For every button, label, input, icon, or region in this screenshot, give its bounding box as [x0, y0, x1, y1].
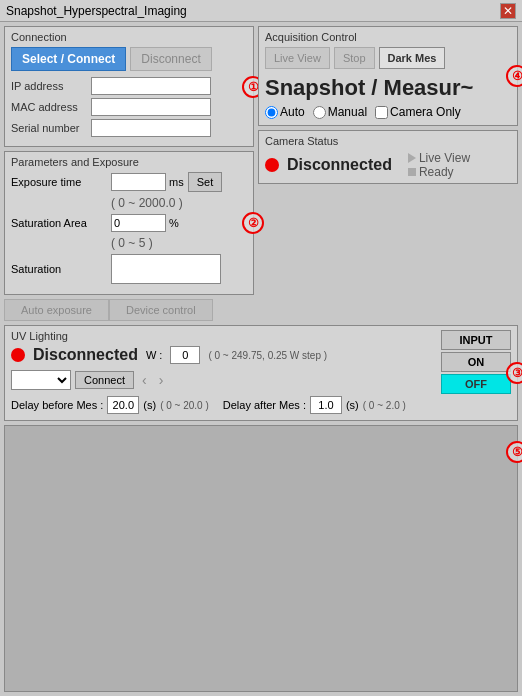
live-view-button[interactable]: Live View	[265, 47, 330, 69]
image-display-area	[4, 425, 518, 692]
on-button[interactable]: ON	[441, 352, 511, 372]
delay-after-unit: (s)	[346, 399, 359, 411]
ready-square-icon	[408, 168, 416, 176]
mac-address-label: MAC address	[11, 101, 91, 113]
uv-lighting-section: UV Lighting INPUT ON OFF Disconnected W …	[4, 325, 518, 421]
camera-only-checkbox[interactable]	[375, 106, 388, 119]
saturation-display	[111, 254, 221, 284]
delay-before-unit: (s)	[143, 399, 156, 411]
delay-after-input[interactable]	[310, 396, 342, 414]
close-button[interactable]: ✕	[500, 3, 516, 19]
delay-after-label: Delay after Mes :	[223, 399, 306, 411]
exposure-unit: ms	[169, 176, 184, 188]
title-bar-text: Snapshot_Hyperspectral_Imaging	[6, 4, 187, 18]
exposure-time-label: Exposure time	[11, 176, 111, 188]
uv-w-input[interactable]	[170, 346, 200, 364]
left-arrow-button[interactable]: ‹	[138, 372, 151, 388]
ready-status-label: Ready	[419, 165, 454, 179]
uv-section-label: UV Lighting	[11, 330, 511, 342]
parameters-section-label: Parameters and Exposure	[11, 156, 247, 168]
camera-status-label: Camera Status	[265, 135, 511, 147]
ip-address-input[interactable]	[91, 77, 211, 95]
manual-radio[interactable]	[313, 106, 326, 119]
live-view-status-label: Live View	[419, 151, 470, 165]
saturation-area-label: Saturation Area	[11, 217, 111, 229]
auto-label: Auto	[280, 105, 305, 119]
camera-status-section: Camera Status Disconnected Live View Rea…	[258, 130, 518, 184]
snapshot-title: Snapshot / Measur~	[265, 75, 511, 101]
device-control-tab[interactable]: Device control	[109, 299, 213, 321]
delay-before-range: ( 0 ~ 20.0 )	[160, 400, 209, 411]
connection-section-label: Connection	[11, 31, 247, 43]
camera-only-label: Camera Only	[390, 105, 461, 119]
saturation-area-range: ( 0 ~ 5 )	[111, 236, 153, 250]
uv-w-range: ( 0 ~ 249.75, 0.25 W step )	[208, 350, 327, 361]
uv-status-dot	[11, 348, 25, 362]
auto-radio[interactable]	[265, 106, 278, 119]
delay-before-input[interactable]	[107, 396, 139, 414]
acquisition-section: Acquisition Control Live View Stop Dark …	[258, 26, 518, 126]
stop-button[interactable]: Stop	[334, 47, 375, 69]
acquisition-section-label: Acquisition Control	[265, 31, 511, 43]
saturation-label: Saturation	[11, 263, 111, 275]
uv-w-label: W :	[146, 349, 163, 361]
title-bar: Snapshot_Hyperspectral_Imaging ✕	[0, 0, 522, 22]
dark-mes-button[interactable]: Dark Mes	[379, 47, 446, 69]
camera-status-dot	[265, 158, 279, 172]
saturation-area-unit: %	[169, 217, 179, 229]
live-view-play-icon	[408, 153, 416, 163]
parameters-badge: ②	[242, 212, 264, 234]
uv-status-text: Disconnected	[33, 346, 138, 364]
input-button[interactable]: INPUT	[441, 330, 511, 350]
uv-port-dropdown[interactable]	[11, 370, 71, 390]
select-connect-button[interactable]: Select / Connect	[11, 47, 126, 71]
delay-after-range: ( 0 ~ 2.0 )	[363, 400, 406, 411]
uv-badge: ③	[506, 362, 522, 384]
exposure-time-input[interactable]	[111, 173, 166, 191]
set-button[interactable]: Set	[188, 172, 223, 192]
image-badge: ⑤	[506, 441, 522, 463]
camera-status-text: Disconnected	[287, 156, 392, 174]
serial-number-label: Serial number	[11, 122, 91, 134]
auto-exposure-tab[interactable]: Auto exposure	[4, 299, 109, 321]
delay-before-label: Delay before Mes :	[11, 399, 103, 411]
right-arrow-button[interactable]: ›	[155, 372, 168, 388]
ip-address-label: IP address	[11, 80, 91, 92]
off-button[interactable]: OFF	[441, 374, 511, 394]
acquisition-badge: ④	[506, 65, 522, 87]
disconnect-button[interactable]: Disconnect	[130, 47, 211, 71]
connection-section: Connection Select / Connect Disconnect I…	[4, 26, 254, 147]
parameters-section: Parameters and Exposure Exposure time ms…	[4, 151, 254, 295]
connect-uv-button[interactable]: Connect	[75, 371, 134, 389]
mac-address-input[interactable]	[91, 98, 211, 116]
manual-label: Manual	[328, 105, 367, 119]
serial-number-input[interactable]	[91, 119, 211, 137]
saturation-area-input[interactable]	[111, 214, 166, 232]
exposure-range: ( 0 ~ 2000.0 )	[111, 196, 183, 210]
